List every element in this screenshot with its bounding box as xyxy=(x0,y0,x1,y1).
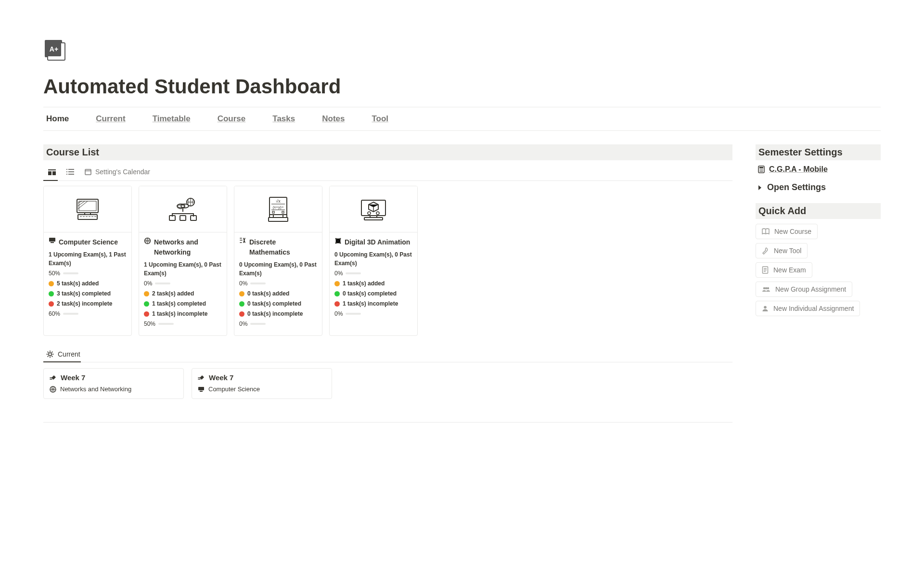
quick-add-new-group-assignment[interactable]: New Group Assignment xyxy=(756,282,852,297)
semester-settings-header: Semester Settings xyxy=(756,144,881,160)
progress2-label: 0% xyxy=(334,309,343,318)
progress2-bar xyxy=(250,323,266,325)
svg-rect-39 xyxy=(200,391,203,392)
quick-add-new-tool[interactable]: New Tool xyxy=(756,243,808,258)
course-list-view-tabs: Setting's Calendar xyxy=(43,165,732,181)
tab-home[interactable]: Home xyxy=(46,114,69,124)
progress1-label: 0% xyxy=(334,269,343,278)
svg-rect-25 xyxy=(270,215,273,218)
tasks-completed: 3 task(s) completed xyxy=(57,289,111,298)
cgpa-mobile-link[interactable]: C.G.P.A - Mobile xyxy=(757,165,879,174)
svg-text:A+: A+ xyxy=(50,45,58,53)
svg-point-42 xyxy=(760,169,761,170)
exam-icon xyxy=(762,266,769,274)
tab-course[interactable]: Course xyxy=(218,114,246,124)
tab-notes[interactable]: Notes xyxy=(322,114,345,124)
pencil-lines-icon xyxy=(198,374,205,381)
dot-added-icon xyxy=(334,281,340,286)
dot-completed-icon xyxy=(239,301,244,307)
course-type-icon xyxy=(239,237,246,244)
svg-point-45 xyxy=(760,171,761,172)
svg-point-52 xyxy=(764,306,767,309)
dot-added-icon xyxy=(49,281,54,286)
dot-completed-icon xyxy=(334,291,340,296)
tasks-incomplete: 1 task(s) incomplete xyxy=(152,309,207,318)
svg-rect-10 xyxy=(51,242,54,243)
progress2-label: 60% xyxy=(49,309,60,318)
svg-rect-9 xyxy=(49,238,55,242)
quick-add-label: New Course xyxy=(774,228,811,235)
week-course-icon xyxy=(198,386,205,392)
tasks-completed: 1 task(s) completed xyxy=(152,299,206,308)
svg-point-50 xyxy=(767,287,769,289)
course-card[interactable]: Digital 3D Animation 0 Upcoming Exam(s),… xyxy=(329,186,418,336)
week-card[interactable]: Week 7 Computer Science xyxy=(192,368,332,399)
tasks-added: 5 task(s) added xyxy=(57,279,99,288)
exam-summary: 1 Upcoming Exam(s), 0 Past Exam(s) xyxy=(144,260,222,278)
dot-added-icon xyxy=(144,291,149,296)
dot-incomplete-icon xyxy=(49,301,54,307)
course-card[interactable]: Networks and Networking 1 Upcoming Exam(… xyxy=(139,186,227,336)
svg-point-36 xyxy=(49,353,51,356)
course-list-header: Course List xyxy=(43,144,732,160)
quick-add-list: New Course New Tool New Exam New Group A… xyxy=(756,224,881,316)
cgpa-label: C.G.P.A - Mobile xyxy=(769,165,828,174)
quick-add-label: New Tool xyxy=(774,247,801,255)
progress2-bar xyxy=(346,313,361,315)
current-active-underline xyxy=(43,361,81,362)
gallery-view-icon[interactable] xyxy=(48,168,56,175)
svg-rect-26 xyxy=(283,215,287,218)
course-card[interactable]: √x(x+y)= Discrete Mathematics 0 Upcoming… xyxy=(234,186,322,336)
course-title: Computer Science xyxy=(59,237,127,247)
svg-rect-24 xyxy=(269,218,288,221)
tab-tasks[interactable]: Tasks xyxy=(272,114,295,124)
svg-rect-16 xyxy=(180,216,186,220)
book-icon xyxy=(762,228,770,235)
quick-add-new-course[interactable]: New Course xyxy=(756,224,818,239)
week-title: Week 7 xyxy=(209,373,233,382)
svg-text:√x: √x xyxy=(276,199,281,204)
svg-rect-38 xyxy=(198,387,204,390)
course-card[interactable]: Computer Science 1 Upcoming Exam(s), 1 P… xyxy=(43,186,132,336)
current-tabs: Current xyxy=(43,346,732,362)
progress2-bar xyxy=(158,323,174,325)
svg-rect-41 xyxy=(759,167,763,168)
quick-add-new-individual-assignment[interactable]: New Individual Assignment xyxy=(756,301,860,316)
progress1-label: 0% xyxy=(239,279,247,288)
pencil-lines-icon xyxy=(50,374,57,381)
course-illustration xyxy=(330,186,417,232)
exam-summary: 0 Upcoming Exam(s), 0 Past Exam(s) xyxy=(334,250,412,268)
tasks-completed: 0 task(s) completed xyxy=(343,289,397,298)
course-title: Digital 3D Animation xyxy=(345,237,412,247)
course-illustration xyxy=(44,186,131,232)
svg-point-49 xyxy=(763,287,765,289)
quick-add-new-exam[interactable]: New Exam xyxy=(756,262,812,278)
svg-point-47 xyxy=(762,171,763,172)
svg-point-43 xyxy=(761,169,762,170)
tab-current[interactable]: Current xyxy=(96,114,125,124)
calendar-view-label: Setting's Calendar xyxy=(95,168,150,176)
open-settings-toggle[interactable]: Open Settings xyxy=(757,182,881,192)
course-type-icon xyxy=(334,237,342,244)
svg-rect-8 xyxy=(78,215,97,219)
page-icon: A+ xyxy=(43,38,71,66)
week-card[interactable]: Week 7 Networks and Networking xyxy=(43,368,184,399)
course-title: Networks and Networking xyxy=(154,237,222,257)
tab-timetable[interactable]: Timetable xyxy=(153,114,191,124)
tasks-incomplete: 1 task(s) incomplete xyxy=(343,299,398,308)
quick-add-label: New Individual Assignment xyxy=(773,305,854,312)
current-tab-label[interactable]: Current xyxy=(58,350,80,358)
active-view-underline xyxy=(43,180,58,181)
svg-rect-4 xyxy=(85,169,91,175)
course-type-icon xyxy=(49,237,56,244)
dot-incomplete-icon xyxy=(144,311,149,317)
week-course: Computer Science xyxy=(208,385,260,393)
exam-summary: 1 Upcoming Exam(s), 1 Past Exam(s) xyxy=(49,250,127,268)
tab-tool[interactable]: Tool xyxy=(372,114,388,124)
list-view-icon[interactable] xyxy=(66,168,74,175)
tasks-incomplete: 2 task(s) incomplete xyxy=(57,299,112,308)
calendar-view-tab[interactable]: Setting's Calendar xyxy=(85,168,150,176)
group-icon xyxy=(762,286,770,292)
progress2-bar xyxy=(63,313,78,315)
bottom-divider xyxy=(43,422,732,423)
